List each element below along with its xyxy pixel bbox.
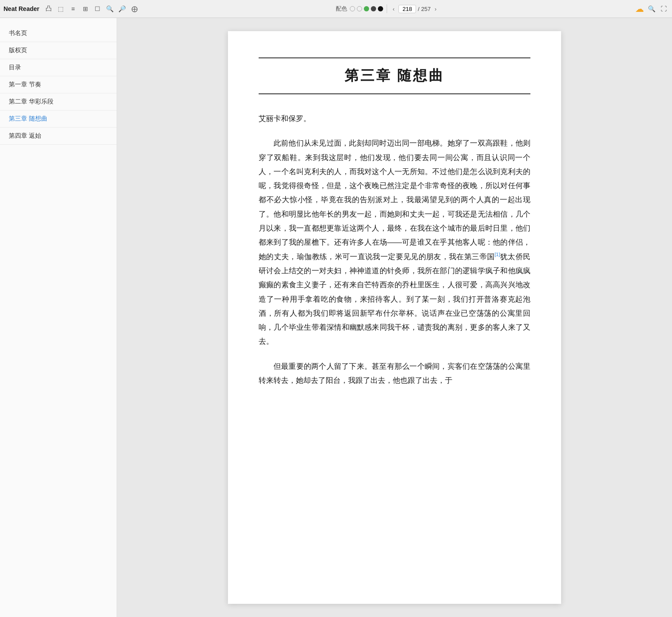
copy-icon[interactable]: ⬚ [56,4,66,14]
color-dot-black[interactable] [378,6,383,11]
page-separator: / [418,6,420,12]
color-dot-green[interactable] [364,6,369,11]
search-icon[interactable]: 🔍 [105,4,115,14]
paragraph-2-text-after: 犹太侨民研讨会上结交的一对夫妇，神神道道的针灸师，我所在部门的逻辑学疯子和他疯疯… [259,253,530,346]
menu-icon[interactable]: ≡ [68,4,78,14]
sidebar-item-chapter3[interactable]: 第三章 随想曲 [0,111,117,128]
toolbar: Neat Reader 凸 ⬚ ≡ ⊞ ☐ 🔍 🔎 ⨁ 配色 ‹ / 257 ›… [0,0,672,18]
color-dot-dark[interactable] [371,6,376,11]
prev-page-button[interactable]: ‹ [391,5,397,13]
sidebar-item-copyright[interactable]: 版权页 [0,42,117,59]
book-page: 第三章 随想曲 艾丽卡和保罗。 此前他们从未见过面，此刻却同时迈出同一部电梯。她… [228,31,561,604]
color-dot-empty2[interactable] [357,6,362,11]
chapter-title: 第三章 随想曲 [259,66,530,86]
sidebar-item-chapter1[interactable]: 第一章 节奏 [0,76,117,93]
zoom-icon[interactable]: 🔎 [117,4,127,14]
paragraph-3: 但最重要的两个人留了下来。甚至有那么一个瞬间，宾客们在空荡荡的公寓里转来转去，她… [259,360,530,388]
paragraph-2: 此前他们从未见过面，此刻却同时迈出同一部电梯。她穿了一双高跟鞋，他则穿了双船鞋。… [259,136,530,349]
sidebar-item-toc[interactable]: 目录 [0,59,117,76]
library-icon[interactable]: 凸 [44,4,53,14]
search-right-icon[interactable]: 🔍 [647,4,656,14]
footnote-ref-1[interactable]: [1] [494,252,500,257]
page-navigation: ‹ / 257 › [391,5,439,13]
chapter-title-area: 第三章 随想曲 [259,57,530,94]
toolbar-right: ☁ 🔍 ⛶ [635,4,668,14]
expand-icon[interactable]: ⛶ [659,4,668,14]
page-input[interactable] [398,5,416,13]
next-page-button[interactable]: › [433,5,439,13]
page-total: 257 [421,6,431,12]
paragraph-1: 艾丽卡和保罗。 [259,112,530,126]
doc-icon[interactable]: ☐ [93,4,103,14]
cloud-icon[interactable]: ☁ [635,4,644,14]
separator1 [387,4,387,13]
add-icon[interactable]: ⨁ [130,4,139,14]
sidebar-item-chapter2[interactable]: 第二章 华彩乐段 [0,93,117,111]
main-layout: 书名页 版权页 目录 第一章 节奏 第二章 华彩乐段 第三章 随想曲 第四章 返… [0,18,672,617]
color-label: 配色 [336,5,347,13]
color-dots-group [350,6,383,11]
sidebar: 书名页 版权页 目录 第一章 节奏 第二章 华彩乐段 第三章 随想曲 第四章 返… [0,18,117,617]
grid-icon[interactable]: ⊞ [81,4,90,14]
toolbar-center: 配色 ‹ / 257 › [142,4,633,13]
content-area: 第三章 随想曲 艾丽卡和保罗。 此前他们从未见过面，此刻却同时迈出同一部电梯。她… [117,18,672,617]
sidebar-item-titlepage[interactable]: 书名页 [0,25,117,42]
paragraph-2-text-before: 此前他们从未见过面，此刻却同时迈出同一部电梯。她穿了一双高跟鞋，他则穿了双船鞋。… [259,139,530,260]
app-title: Neat Reader [4,5,39,12]
book-content: 艾丽卡和保罗。 此前他们从未见过面，此刻却同时迈出同一部电梯。她穿了一双高跟鞋，… [259,112,530,388]
color-dot-empty1[interactable] [350,6,355,11]
sidebar-item-chapter4[interactable]: 第四章 返始 [0,128,117,145]
